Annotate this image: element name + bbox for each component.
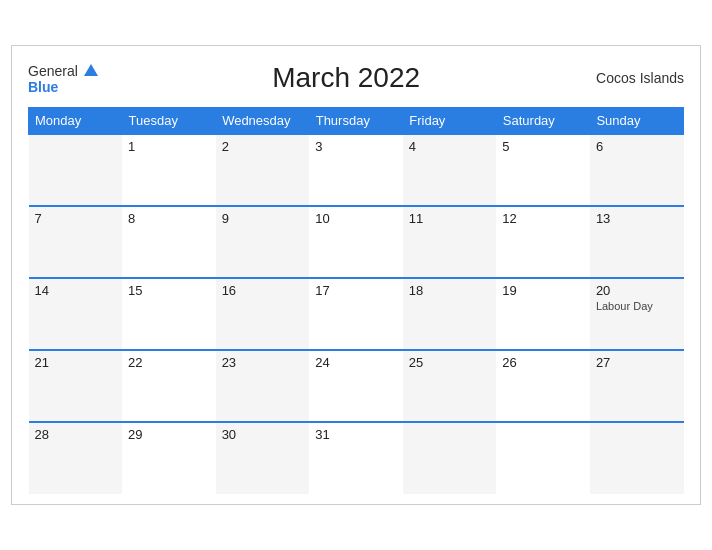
calendar-week-row: 123456 — [29, 134, 684, 206]
calendar-day-cell: 3 — [309, 134, 403, 206]
calendar-day-cell: 17 — [309, 278, 403, 350]
weekday-header: Thursday — [309, 107, 403, 134]
calendar-day-cell: 26 — [496, 350, 590, 422]
calendar-day-cell: 13 — [590, 206, 684, 278]
day-number: 8 — [128, 211, 210, 226]
calendar-day-cell: 15 — [122, 278, 216, 350]
calendar-day-cell: 5 — [496, 134, 590, 206]
day-number: 2 — [222, 139, 304, 154]
calendar-day-cell: 27 — [590, 350, 684, 422]
calendar-week-row: 21222324252627 — [29, 350, 684, 422]
calendar-day-cell: 6 — [590, 134, 684, 206]
calendar-grid: MondayTuesdayWednesdayThursdayFridaySatu… — [28, 107, 684, 494]
calendar-day-cell: 19 — [496, 278, 590, 350]
calendar-day-cell: 23 — [216, 350, 310, 422]
day-number: 16 — [222, 283, 304, 298]
calendar-week-row: 28293031 — [29, 422, 684, 494]
calendar-day-cell: 9 — [216, 206, 310, 278]
calendar-day-cell: 10 — [309, 206, 403, 278]
day-number: 31 — [315, 427, 397, 442]
day-number: 28 — [35, 427, 117, 442]
calendar-day-cell — [403, 422, 497, 494]
calendar-day-cell — [29, 134, 123, 206]
day-number: 24 — [315, 355, 397, 370]
calendar-day-cell: 31 — [309, 422, 403, 494]
calendar-header: General Blue March 2022 Cocos Islands — [28, 62, 684, 95]
day-number: 15 — [128, 283, 210, 298]
logo-general: General — [28, 62, 98, 80]
calendar-day-cell: 20Labour Day — [590, 278, 684, 350]
calendar-week-row: 14151617181920Labour Day — [29, 278, 684, 350]
calendar-day-cell: 29 — [122, 422, 216, 494]
calendar-day-cell: 1 — [122, 134, 216, 206]
calendar-container: General Blue March 2022 Cocos Islands Mo… — [11, 45, 701, 505]
calendar-day-cell: 12 — [496, 206, 590, 278]
calendar-title: March 2022 — [98, 62, 594, 94]
day-number: 5 — [502, 139, 584, 154]
calendar-day-cell: 22 — [122, 350, 216, 422]
day-number: 30 — [222, 427, 304, 442]
calendar-week-row: 78910111213 — [29, 206, 684, 278]
day-number: 6 — [596, 139, 678, 154]
day-number: 21 — [35, 355, 117, 370]
day-number: 13 — [596, 211, 678, 226]
day-number: 25 — [409, 355, 491, 370]
day-number: 11 — [409, 211, 491, 226]
calendar-day-cell — [496, 422, 590, 494]
day-number: 18 — [409, 283, 491, 298]
day-number: 17 — [315, 283, 397, 298]
calendar-day-cell: 21 — [29, 350, 123, 422]
calendar-region: Cocos Islands — [594, 70, 684, 86]
logo-blue-text: Blue — [28, 80, 58, 95]
weekday-header: Wednesday — [216, 107, 310, 134]
day-number: 12 — [502, 211, 584, 226]
calendar-day-cell — [590, 422, 684, 494]
weekday-header: Sunday — [590, 107, 684, 134]
day-number: 29 — [128, 427, 210, 442]
calendar-day-cell: 28 — [29, 422, 123, 494]
day-number: 14 — [35, 283, 117, 298]
logo: General Blue — [28, 62, 98, 95]
day-number: 20 — [596, 283, 678, 298]
calendar-day-cell: 14 — [29, 278, 123, 350]
day-number: 10 — [315, 211, 397, 226]
day-number: 4 — [409, 139, 491, 154]
weekday-header: Monday — [29, 107, 123, 134]
weekday-header-row: MondayTuesdayWednesdayThursdayFridaySatu… — [29, 107, 684, 134]
day-number: 3 — [315, 139, 397, 154]
day-number: 1 — [128, 139, 210, 154]
calendar-day-cell: 16 — [216, 278, 310, 350]
weekday-header: Saturday — [496, 107, 590, 134]
weekday-header: Tuesday — [122, 107, 216, 134]
logo-triangle-icon — [84, 64, 98, 76]
calendar-day-cell: 24 — [309, 350, 403, 422]
calendar-day-cell: 4 — [403, 134, 497, 206]
day-number: 27 — [596, 355, 678, 370]
day-event: Labour Day — [596, 300, 678, 312]
calendar-day-cell: 11 — [403, 206, 497, 278]
logo-general-text: General — [28, 63, 78, 79]
day-number: 22 — [128, 355, 210, 370]
day-number: 19 — [502, 283, 584, 298]
calendar-day-cell: 25 — [403, 350, 497, 422]
calendar-day-cell: 2 — [216, 134, 310, 206]
calendar-day-cell: 30 — [216, 422, 310, 494]
day-number: 26 — [502, 355, 584, 370]
weekday-header: Friday — [403, 107, 497, 134]
day-number: 7 — [35, 211, 117, 226]
calendar-day-cell: 7 — [29, 206, 123, 278]
day-number: 23 — [222, 355, 304, 370]
calendar-day-cell: 8 — [122, 206, 216, 278]
day-number: 9 — [222, 211, 304, 226]
calendar-day-cell: 18 — [403, 278, 497, 350]
